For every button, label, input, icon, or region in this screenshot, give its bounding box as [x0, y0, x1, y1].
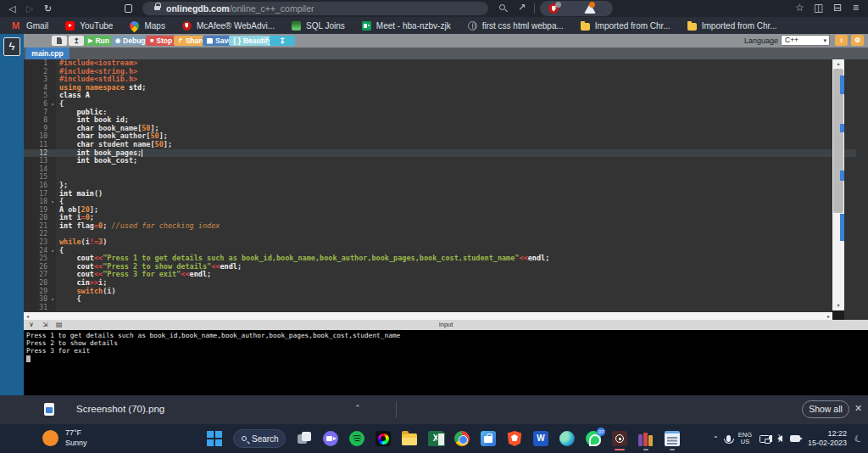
code-line-4[interactable]: 4using namespace std; — [24, 84, 856, 92]
download-options-icon[interactable]: ⌃ — [354, 404, 361, 412]
code-line-3[interactable]: 3#include<stdlib.h> — [24, 76, 856, 84]
code-line-6[interactable]: 6▾{ — [24, 100, 856, 109]
excel-icon[interactable]: X — [428, 431, 443, 446]
mcafee-extension-icon[interactable] — [548, 3, 559, 14]
scroll-down-icon[interactable]: ▾ — [832, 302, 844, 308]
network-icon[interactable] — [760, 435, 770, 443]
winrar-icon[interactable] — [638, 431, 654, 446]
clock[interactable]: 12:2215-02-2023 — [808, 429, 847, 448]
bookmark-item[interactable]: Meet - hba-nzbv-zjk — [362, 21, 451, 31]
info-button[interactable]: i — [835, 35, 848, 46]
bookmark-item[interactable]: first css html webpa... — [468, 21, 564, 31]
code-line-13[interactable]: 13 int book_cost; — [24, 157, 856, 165]
start-button[interactable] — [207, 431, 222, 446]
code-line-7[interactable]: 7 public: — [24, 109, 856, 117]
taskbar-search[interactable]: Search — [233, 429, 286, 448]
code-line-30[interactable]: 30▾ { — [24, 295, 856, 304]
chrome-icon[interactable] — [454, 431, 470, 446]
scroll-up-icon[interactable]: ▴ — [832, 60, 844, 66]
settings-button[interactable]: ⚙ — [851, 35, 864, 46]
fold-icon[interactable]: ▾ — [49, 100, 56, 109]
code-line-31[interactable]: 31 — [24, 304, 856, 312]
weather-widget[interactable]: 77°F Sunny — [42, 428, 87, 448]
bookmark-item[interactable]: YouTube — [65, 21, 113, 31]
code-line-11[interactable]: 11 char student name[50]; — [24, 141, 856, 149]
word-icon[interactable]: W — [533, 431, 548, 446]
back-icon[interactable]: ◁ — [8, 2, 15, 15]
onlinegdb-logo-icon[interactable]: ϟ — [3, 37, 20, 56]
microphone-icon[interactable] — [726, 435, 731, 442]
code-line-28[interactable]: 28 cin>>i; — [24, 279, 856, 288]
fold-icon[interactable]: ▾ — [49, 198, 56, 206]
tray-overflow-icon[interactable]: ⌃ — [713, 435, 719, 443]
brave-icon[interactable] — [507, 431, 522, 446]
code-line-5[interactable]: 5class A — [24, 92, 856, 100]
code-line-1[interactable]: 1#include<iostream> — [24, 59, 856, 68]
code-line-2[interactable]: 2#include<string.h> — [24, 68, 856, 76]
run-button[interactable]: ▶Run — [84, 36, 114, 46]
code-line-23[interactable]: 23while(i!=3) — [24, 238, 856, 247]
bookmark-item[interactable]: SQL Joins — [292, 21, 345, 31]
language-indicator[interactable]: ENGUS — [738, 432, 752, 446]
language-select[interactable]: C++▾ — [781, 35, 830, 46]
bookmark-item[interactable]: Maps — [130, 21, 164, 31]
camera-icon[interactable] — [790, 435, 800, 442]
address-bar[interactable]: onlinegdb.com/online_c++_compiler — [142, 2, 488, 15]
browser-essentials-icon[interactable]: ⊟ — [833, 2, 842, 14]
code-line-14[interactable]: 14 — [24, 165, 856, 174]
menu-icon[interactable]: ≡ — [853, 2, 859, 14]
new-file-button[interactable] — [52, 36, 67, 46]
microsoft-store-icon[interactable] — [481, 431, 496, 446]
notepad-icon[interactable] — [665, 431, 680, 446]
color-wheel-app-icon[interactable] — [376, 431, 391, 446]
show-all-button[interactable]: Show all — [802, 400, 849, 418]
download-code-button[interactable]: ↧ — [270, 36, 295, 46]
task-view-icon[interactable] — [297, 431, 312, 446]
editor-vertical-scrollbar[interactable]: ▴ ▾ — [832, 59, 844, 320]
code-line-15[interactable]: 15 — [24, 173, 856, 182]
scroll-right-icon[interactable]: ▸ — [827, 313, 830, 319]
stop-button[interactable]: ■Stop — [146, 36, 176, 46]
code-line-12[interactable]: 12 int book_pages; — [24, 149, 856, 158]
share-page-icon[interactable]: ↗ — [518, 2, 526, 13]
program-console[interactable]: Press 1 to get details such as book_id,b… — [24, 330, 868, 395]
gauge-app-icon[interactable] — [612, 431, 627, 446]
spotify-icon[interactable] — [349, 431, 364, 446]
fold-icon[interactable]: ▾ — [49, 247, 56, 255]
bookmark-item[interactable]: Imported from Chr... — [581, 21, 670, 31]
fold-icon[interactable]: ▾ — [49, 295, 56, 304]
split-screen-icon[interactable]: ◫ — [814, 2, 823, 14]
chat-icon[interactable] — [323, 431, 338, 446]
bookmark-item[interactable]: Imported from Chr... — [687, 21, 777, 31]
edge-icon[interactable] — [559, 431, 575, 446]
code-line-29[interactable]: 29 switch(i) — [24, 288, 856, 296]
code-line-17[interactable]: 17int main() — [24, 190, 856, 199]
editor-horizontal-scrollbar[interactable]: ◂ ▸ — [24, 312, 832, 320]
forward-icon[interactable]: ▷ — [26, 2, 33, 15]
scroll-left-icon[interactable]: ◂ — [26, 313, 29, 319]
file-explorer-icon[interactable] — [402, 433, 417, 445]
upload-button[interactable]: ↥ — [69, 36, 84, 46]
code-line-16[interactable]: 16}; — [24, 182, 856, 190]
night-mode-icon[interactable]: ☾ — [853, 432, 865, 445]
bookmark-panel-icon[interactable] — [125, 4, 132, 13]
debug-button[interactable]: ◉Debug — [111, 36, 150, 46]
tab-main-cpp[interactable]: main.cpp — [25, 48, 70, 59]
download-filename[interactable]: Screenshot (70).png — [76, 404, 164, 414]
volume-icon[interactable] — [777, 435, 782, 442]
language-label: Language — [744, 36, 778, 45]
code-line-27[interactable]: 27 cout<<"Press 3 for exit"<<endl; — [24, 271, 856, 279]
close-download-bar-icon[interactable]: ✕ — [854, 403, 862, 414]
bookmark-item[interactable]: McAfee® WebAdvi... — [182, 21, 275, 31]
triangle-extension-icon[interactable] — [584, 3, 596, 14]
code-line-21[interactable]: 21int flag=0; //used for checking index — [24, 222, 856, 231]
code-line-19[interactable]: 19A ob[20]; — [24, 206, 856, 215]
code-editor[interactable]: 1#include<iostream>2#include<string.h>3#… — [24, 59, 856, 312]
code-line-22[interactable]: 22 — [24, 230, 856, 238]
favorites-icon[interactable]: ☆ — [795, 2, 804, 14]
reload-icon[interactable]: ↻ — [44, 2, 52, 15]
whatsapp-icon[interactable]: 07 — [586, 431, 601, 446]
bookmark-item[interactable]: MGmail — [12, 21, 48, 31]
zoom-icon[interactable] — [499, 4, 505, 10]
code-line-18[interactable]: 18▾{ — [24, 198, 856, 206]
